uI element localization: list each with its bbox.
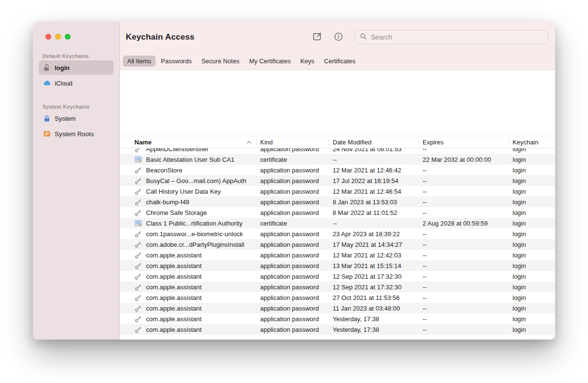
column-header-keychain[interactable]: Keychain	[509, 136, 555, 148]
table-row[interactable]: Class 1 Public...rtification Authorityce…	[120, 218, 555, 228]
cell-expires: --	[419, 252, 509, 259]
cell-date-modified: 12 Sep 2021 at 17:32:30	[329, 273, 419, 280]
cell-expires: --	[419, 209, 509, 216]
key-icon	[134, 198, 142, 206]
cell-name: Class 1 Public...rtification Authority	[120, 219, 256, 227]
cert-box-icon	[43, 130, 51, 138]
tab-keys[interactable]: Keys	[296, 56, 319, 67]
column-header-date-modified[interactable]: Date Modified	[329, 136, 419, 148]
table-row[interactable]: Basic Attestation User Sub CA1certificat…	[120, 154, 555, 165]
cell-kind: application password	[256, 326, 329, 333]
table-row[interactable]: com.apple.assistantapplication password1…	[120, 303, 555, 313]
tab-passwords[interactable]: Passwords	[157, 56, 196, 67]
certificate-icon	[134, 156, 142, 163]
cell-name: com.apple.assistant	[120, 251, 256, 259]
table-row[interactable]: BusyCal – Goo...mail.com) AppAuthapplica…	[120, 175, 555, 186]
cell-kind: certificate	[256, 220, 329, 227]
item-name: com.apple.assistant	[146, 326, 202, 333]
column-header-label: Kind	[260, 139, 273, 146]
cell-date-modified: 13 Mar 2021 at 15:15:14	[329, 262, 419, 270]
table-row[interactable]: com.adobe.cr...dPartyPluginsInstallappli…	[120, 239, 555, 250]
item-name: Basic Attestation User Sub CA1	[146, 156, 235, 163]
zoom-button[interactable]	[65, 34, 71, 40]
tab-my-certificates[interactable]: My Certificates	[245, 56, 295, 67]
item-name: AppleIDClientIdentifier	[146, 148, 208, 153]
info-icon	[333, 31, 344, 43]
sidebar-item-icloud[interactable]: iCloud	[39, 76, 114, 90]
tab-secure-notes[interactable]: Secure Notes	[197, 56, 244, 67]
table-row[interactable]: AppleIDClientIdentifierapplication passw…	[120, 148, 555, 154]
tab-certificates[interactable]: Certificates	[320, 56, 360, 67]
table-row[interactable]: chalk-bump-f49application password8 Jan …	[120, 197, 555, 207]
sidebar-item-system-roots[interactable]: System Roots	[39, 127, 114, 141]
table-row[interactable]: com.apple.assistantapplication passwordY…	[120, 313, 555, 324]
item-name: Call History User Data Key	[146, 188, 221, 195]
table-row[interactable]: com.apple.assistantapplication password1…	[120, 282, 555, 292]
cell-kind: application password	[256, 252, 329, 259]
table-row[interactable]: com.1passwor...e-biometric-unlockapplica…	[120, 228, 555, 239]
cell-keychain: login	[509, 148, 555, 153]
cell-date-modified: 12 Mar 2021 at 12:46:42	[329, 167, 419, 174]
cell-expires: --	[419, 262, 509, 270]
cell-expires: --	[419, 188, 509, 195]
table-body: AppleIDClientIdentifierapplication passw…	[120, 148, 555, 340]
cell-keychain: login	[509, 230, 555, 238]
key-icon	[134, 209, 142, 216]
column-header-kind[interactable]: Kind	[256, 136, 329, 148]
sidebar-item-label: login	[55, 64, 70, 71]
new-item-button[interactable]	[310, 30, 324, 44]
cell-expires: --	[419, 273, 509, 280]
table-row[interactable]: BeaconStoreapplication password12 Mar 20…	[120, 165, 555, 175]
cell-date-modified: --	[329, 220, 419, 227]
sidebar-item-login[interactable]: login	[39, 60, 114, 75]
cell-keychain: login	[509, 199, 555, 206]
table-row[interactable]: com.apple.assistantapplication password2…	[120, 292, 555, 303]
key-icon	[134, 241, 142, 248]
cell-name: com.apple.assistant	[120, 283, 256, 291]
cell-expires: --	[419, 241, 509, 248]
cell-date-modified: Yesterday, 17:38	[329, 315, 419, 323]
cell-date-modified: 27 Oct 2021 at 11:53:56	[329, 294, 419, 301]
table-row[interactable]: com.apple.assistantapplication password1…	[120, 260, 555, 271]
cell-kind: application password	[256, 273, 329, 280]
key-icon	[134, 294, 142, 301]
key-icon	[134, 326, 142, 333]
cell-name: Chrome Safe Storage	[120, 209, 256, 216]
cell-kind: application password	[256, 284, 329, 291]
cell-keychain: login	[509, 273, 555, 280]
cell-date-modified: 12 Mar 2021 at 12:42:03	[329, 252, 419, 259]
table-row[interactable]: com.apple.assistantapplication passwordY…	[120, 324, 555, 335]
cell-expires: --	[419, 294, 509, 301]
table-row[interactable]: Call History User Data Keyapplication pa…	[120, 186, 555, 197]
sidebar-item-system[interactable]: System	[39, 111, 114, 126]
cell-keychain: login	[509, 177, 555, 184]
table-header: NameKindDate ModifiedExpiresKeychain	[120, 136, 555, 148]
search-field[interactable]	[354, 30, 548, 44]
minimize-button[interactable]	[55, 34, 61, 40]
cell-keychain: login	[509, 294, 555, 301]
cell-expires: --	[419, 230, 509, 238]
cell-keychain: login	[509, 209, 555, 216]
column-header-label: Expires	[423, 139, 443, 146]
column-header-name[interactable]: Name	[120, 136, 256, 148]
info-button[interactable]	[331, 30, 346, 44]
cell-keychain: login	[509, 220, 555, 227]
search-icon	[360, 33, 367, 42]
table-row[interactable]: com.apple.assistantapplication password1…	[120, 271, 555, 282]
item-name: com.1passwor...e-biometric-unlock	[146, 230, 243, 238]
close-button[interactable]	[45, 34, 51, 40]
cell-name: AppleIDClientIdentifier	[120, 148, 256, 153]
cell-keychain: login	[509, 262, 555, 270]
unlocked-padlock-icon	[43, 64, 51, 71]
padlock-icon	[43, 114, 51, 122]
tab-all-items[interactable]: All Items	[123, 56, 156, 67]
item-name: com.adobe.cr...dPartyPluginsInstall	[146, 241, 244, 248]
cell-kind: application password	[256, 148, 329, 153]
column-header-expires[interactable]: Expires	[419, 136, 509, 148]
search-input[interactable]	[370, 33, 543, 42]
cell-expires: --	[419, 326, 509, 333]
table-row[interactable]: Chrome Safe Storageapplication password8…	[120, 207, 555, 218]
table-row[interactable]: com.apple.assistantapplication password1…	[120, 250, 555, 260]
cell-name: com.apple.assistant	[120, 315, 256, 323]
cell-keychain: login	[509, 156, 555, 163]
